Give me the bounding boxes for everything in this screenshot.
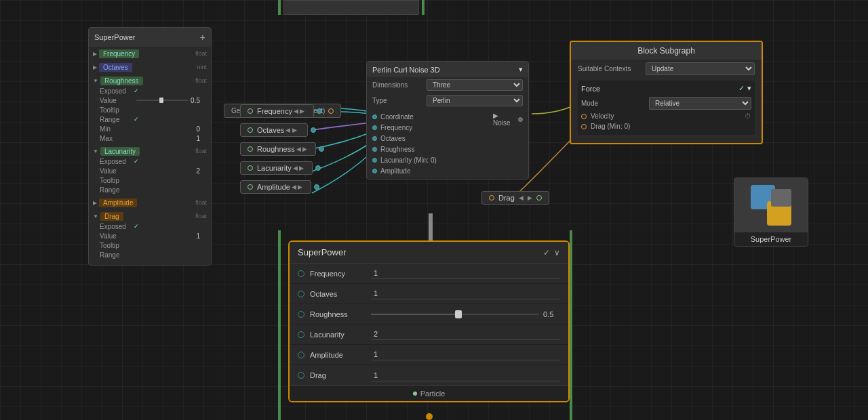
prop-group-octaves: ▶ Octaves uint (89, 60, 211, 74)
lacunarity-tooltip-label: Tooltip (100, 177, 134, 184)
particle-label: Particle (420, 390, 446, 398)
roughness-slider-value: 0.5 (543, 310, 560, 318)
expand-arrow-drag: ▼ (93, 213, 98, 219)
dimensions-label: Dimensions (372, 81, 427, 89)
main-input-lacunarity[interactable] (371, 329, 560, 340)
force-chevron[interactable]: ▾ (747, 84, 751, 93)
expand-arrow-lacunarity: ▼ (93, 148, 98, 154)
expand-arrow-frequency: ▶ (93, 51, 97, 57)
main-input-frequency[interactable] (371, 268, 560, 279)
main-check-button[interactable]: ✓ (543, 248, 550, 257)
velocity-icon: ⏱ (745, 112, 751, 120)
contexts-select[interactable]: Update (646, 62, 755, 75)
main-input-amplitude[interactable] (371, 349, 560, 360)
drag-value-label: Value (100, 232, 134, 240)
prop-chip-amplitude: Amplitude (99, 198, 137, 207)
prop-row-octaves[interactable]: ▶ Octaves uint (89, 62, 211, 72)
force-check-icon: ✓ (738, 84, 745, 93)
prop-sub-exposed: Exposed ✓ (89, 86, 211, 96)
node-amplitude-box: Amplitude ◀ ▶ (240, 180, 311, 194)
block-subgraph-header: Block Subgraph (571, 42, 762, 60)
type-select[interactable]: Perlin (427, 95, 523, 106)
node-lacunarity-label: Lacunarity (257, 164, 292, 172)
node-octaves-right-dot (311, 127, 316, 133)
port-amplitude: Amplitude (372, 165, 482, 176)
mode-select[interactable]: Relative (649, 97, 751, 110)
main-label-lacunarity: Lacunarity (310, 331, 371, 339)
exposed-check: ✓ (134, 87, 139, 94)
lacunarity-value: 2 (196, 167, 200, 175)
main-panel-header: SuperPower ✓ ∨ (290, 242, 568, 264)
lacunarity-range-label: Range (100, 186, 134, 194)
node-roughness[interactable]: Roughness ◀ ▶ (240, 142, 324, 156)
velocity-port-dot (581, 114, 587, 119)
drag-exposed-check: ✓ (134, 223, 139, 230)
prop-row-frequency[interactable]: ▶ Frequency float (89, 48, 211, 59)
port-in-dot-roughness (372, 147, 377, 152)
port-label-coordinate: Coordinate (380, 113, 414, 121)
prop-row-amplitude[interactable]: ▶ Amplitude float (89, 197, 211, 208)
main-input-octaves[interactable] (371, 288, 560, 299)
roughness-slider-mini[interactable] (136, 100, 188, 101)
prop-type-amplitude: float (195, 199, 207, 206)
drag-port-label: Drag (Min: 0) (591, 123, 630, 130)
main-prop-frequency: Frequency (290, 264, 568, 284)
roughness-slider-track[interactable] (371, 314, 539, 315)
force-section-header: Force ✓ ▾ (581, 84, 751, 93)
prop-group-frequency: ▶ Frequency float (89, 47, 211, 60)
dimensions-select[interactable]: Three (427, 79, 523, 91)
main-panel-title: SuperPower (298, 247, 347, 257)
expand-arrow-roughness: ▼ (93, 78, 98, 84)
port-label-noise-out: ▶ Noise (493, 112, 515, 127)
main-panel-controls: ✓ ∨ (543, 248, 560, 257)
main-superpower-panel: SuperPower ✓ ∨ Frequency Octaves Roughne… (288, 240, 570, 402)
port-roughness: Roughness (372, 144, 482, 154)
type-value: Perlin (427, 95, 523, 106)
roughness-slider-thumb (159, 98, 163, 103)
roughness-slider-thumb-main[interactable] (455, 310, 462, 318)
get-attribute-output-dot (328, 108, 334, 114)
main-input-drag[interactable] (371, 370, 560, 381)
noise-panel-title: Perlin Curl Noise 3D (372, 66, 440, 74)
noise-panel: Perlin Curl Noise 3D ▾ Dimensions Three … (366, 61, 529, 180)
add-prop-button[interactable]: + (200, 32, 205, 43)
port-coordinate: Coordinate (372, 111, 482, 122)
prop-sub-lacunarity-exposed: Exposed ✓ (89, 156, 211, 166)
noise-panel-header: Perlin Curl Noise 3D ▾ (367, 62, 528, 77)
drag-range-label: Range (100, 251, 134, 259)
main-dot-lacunarity (298, 331, 304, 338)
node-lacunarity-arrow: ◀ ▶ (293, 165, 304, 171)
thumbnail-image (734, 178, 808, 232)
prop-sub-lacunarity-value: Value 2 (89, 166, 211, 175)
node-amplitude-arrow: ◀ ▶ (292, 184, 303, 190)
prop-row-lacunarity[interactable]: ▼ Lacunarity float (89, 146, 211, 156)
main-val-frequency (371, 268, 560, 279)
main-chevron-button[interactable]: ∨ (554, 248, 560, 257)
node-lacunarity[interactable]: Lacunarity ◀ ▶ (240, 161, 324, 175)
node-frequency[interactable]: Frequency ◀ ▶ (240, 104, 324, 118)
node-amplitude[interactable]: Amplitude ◀ ▶ (240, 180, 324, 194)
port-in-dot-amplitude (372, 169, 377, 173)
node-frequency-box: Frequency ◀ ▶ (240, 104, 314, 118)
drag-right-dot (536, 195, 542, 201)
type-label: Type (372, 97, 427, 104)
prop-sub-min: Min 0 (89, 124, 211, 133)
main-dot-roughness (298, 311, 304, 318)
drag-node[interactable]: Drag ◀ ▶ (481, 191, 549, 205)
drag-tooltip-label: Tooltip (100, 242, 134, 249)
prop-row-drag[interactable]: ▼ Drag float (89, 211, 211, 222)
sidebar-title: SuperPower (94, 33, 136, 41)
bottom-connector-dot (426, 413, 433, 420)
main-dot-frequency (298, 270, 304, 277)
node-octaves[interactable]: Octaves ◀ ▶ (240, 123, 324, 137)
prop-chip-octaves: Octaves (99, 63, 132, 72)
prop-type-roughness: float (195, 77, 207, 84)
port-label-amplitude: Amplitude (380, 167, 410, 175)
block-subgraph-panel: Block Subgraph Suitable Contexts Update … (570, 41, 763, 144)
node-amplitude-label: Amplitude (257, 183, 290, 191)
noise-panel-chevron[interactable]: ▾ (519, 65, 523, 74)
prop-row-roughness[interactable]: ▼ Roughness float (89, 75, 211, 86)
main-label-amplitude: Amplitude (310, 351, 371, 359)
mode-label: Mode (581, 100, 649, 107)
superpower-thumbnail[interactable]: SuperPower (734, 177, 808, 247)
